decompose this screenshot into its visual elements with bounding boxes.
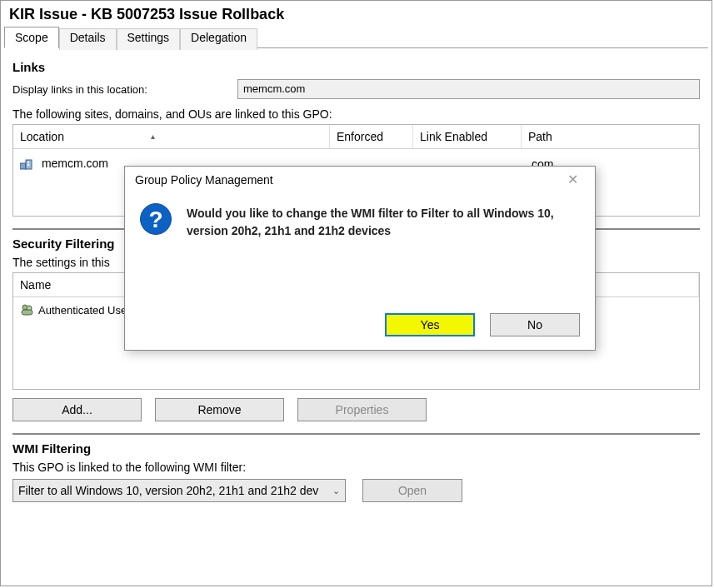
- security-buttons: Add... Remove Properties: [12, 398, 700, 421]
- properties-button[interactable]: Properties: [297, 398, 427, 421]
- col-location-label: Location: [20, 130, 64, 143]
- wmi-filter-value: Filter to all Windows 10, version 20h2, …: [18, 484, 318, 497]
- open-button[interactable]: Open: [362, 479, 462, 502]
- svg-rect-6: [22, 310, 32, 315]
- svg-rect-0: [20, 163, 26, 169]
- chevron-down-icon: ⌄: [332, 486, 340, 496]
- users-group-icon: [20, 303, 35, 316]
- confirm-dialog: Group Policy Management ✕ ? Would you li…: [124, 166, 596, 351]
- question-icon: ?: [140, 203, 172, 235]
- domain-icon: [20, 157, 35, 171]
- add-button[interactable]: Add...: [12, 398, 142, 421]
- tab-settings[interactable]: Settings: [117, 28, 181, 50]
- display-location-field[interactable]: memcm.com: [237, 79, 700, 99]
- dialog-message: Would you like to change the WMI filter …: [187, 203, 580, 240]
- col-path[interactable]: Path: [522, 125, 699, 148]
- yes-button[interactable]: Yes: [385, 313, 475, 336]
- security-row-name: Authenticated Users: [38, 304, 136, 316]
- tab-delegation[interactable]: Delegation: [180, 28, 257, 50]
- no-button[interactable]: No: [490, 313, 580, 336]
- sort-indicator-icon: ▴: [151, 132, 155, 141]
- svg-rect-2: [27, 162, 29, 163]
- divider-2: [12, 433, 700, 435]
- wmi-filter-select[interactable]: Filter to all Windows 10, version 20h2, …: [12, 479, 346, 502]
- links-heading: Links: [12, 60, 700, 74]
- col-location[interactable]: Location ▴: [13, 125, 330, 148]
- links-row-location: memcm.com: [42, 157, 108, 170]
- dialog-title: Group Policy Management: [135, 173, 273, 187]
- links-subtext: The following sites, domains, and OUs ar…: [12, 107, 700, 121]
- close-icon[interactable]: ✕: [560, 173, 585, 187]
- gpo-editor-window: KIR Issue - KB 5007253 Issue Rollback Sc…: [0, 0, 712, 586]
- col-link-enabled[interactable]: Link Enabled: [413, 125, 522, 148]
- tab-scope[interactable]: Scope: [4, 27, 59, 48]
- remove-button[interactable]: Remove: [155, 398, 284, 421]
- security-filtering-heading-text: Security Filtering: [12, 237, 115, 251]
- links-grid-header: Location ▴ Enforced Link Enabled Path: [13, 125, 699, 149]
- page-title: KIR Issue - KB 5007253 Issue Rollback: [1, 1, 712, 27]
- display-location-label: Display links in this location:: [12, 83, 229, 96]
- wmi-filtering-subtext: This GPO is linked to the following WMI …: [12, 461, 700, 474]
- wmi-filtering-heading: WMI Filtering: [12, 441, 700, 456]
- col-enforced[interactable]: Enforced: [330, 125, 413, 148]
- svg-rect-3: [27, 164, 29, 166]
- tab-bar: Scope Details Settings Delegation: [4, 27, 708, 48]
- tab-details[interactable]: Details: [59, 28, 117, 50]
